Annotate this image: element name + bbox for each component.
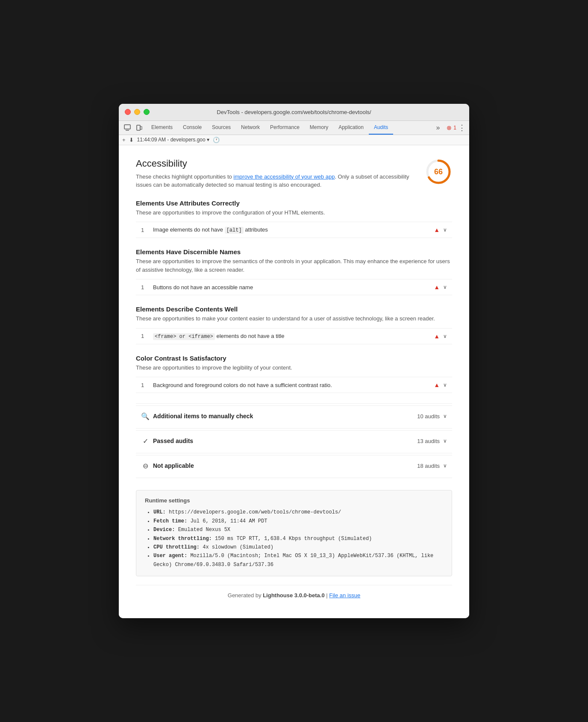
- runtime-item-cpu: CPU throttling: 4x slowdown (Simulated): [153, 543, 443, 552]
- error-badge[interactable]: ⊗ 1: [447, 124, 456, 131]
- traffic-lights: [125, 109, 150, 115]
- tab-list: Elements Console Sources Network Perform…: [146, 121, 432, 135]
- runtime-settings-box: Runtime settings URL: https://developers…: [136, 490, 452, 576]
- devtools-tab-bar: Elements Console Sources Network Perform…: [119, 121, 469, 135]
- error-icon: ⊗: [447, 124, 452, 131]
- passed-audits-row[interactable]: ✓ Passed audits 13 audits ∨: [136, 430, 452, 451]
- tab-elements[interactable]: Elements: [146, 121, 178, 135]
- divider-1: [136, 403, 452, 404]
- download-icon[interactable]: ⬇: [129, 137, 134, 143]
- desc-prefix: These checks highlight opportunities to: [136, 173, 233, 180]
- subsection-title-4: Color Contrast Is Satisfactory: [136, 355, 452, 362]
- not-applicable-label: Not applicable: [153, 462, 417, 469]
- runtime-item-fetch: Fetch time: Jul 6, 2018, 11:44 AM PDT: [153, 517, 443, 525]
- audit-row-1[interactable]: 1 Image elements do not have [alt] attri…: [136, 222, 452, 238]
- timestamp-label[interactable]: 11:44:09 AM - developers.goo ▾: [137, 137, 209, 143]
- svg-rect-0: [124, 125, 130, 129]
- subsection-title-1: Elements Use Attributes Correctly: [136, 200, 452, 207]
- subsection-title-2: Elements Have Discernible Names: [136, 248, 452, 255]
- audit-num-3: 1: [141, 333, 150, 339]
- manual-check-label: Additional items to manually check: [153, 413, 417, 420]
- tab-network[interactable]: Network: [236, 121, 265, 135]
- minimize-button[interactable]: [134, 109, 140, 115]
- passed-audits-meta: 13 audits: [417, 438, 440, 444]
- accessibility-link[interactable]: improve the accessibility of your web ap…: [233, 173, 335, 180]
- close-button[interactable]: [125, 109, 131, 115]
- divider-4: [136, 478, 452, 478]
- tab-performance[interactable]: Performance: [265, 121, 305, 135]
- audit-num-4: 1: [141, 382, 150, 388]
- secondary-toolbar: + ⬇ 11:44:09 AM - developers.goo ▾ 🕐: [119, 135, 469, 145]
- audit-label-3: <frame> or <iframe> elements do not have…: [153, 333, 434, 340]
- accessibility-description: These checks highlight opportunities to …: [136, 173, 425, 189]
- expand-icon-4[interactable]: ∨: [443, 382, 447, 388]
- runtime-item-url: URL: https://developers.google.com/web/t…: [153, 508, 443, 517]
- subsection-desc-1: These are opportunities to improve the c…: [136, 208, 452, 217]
- tab-memory[interactable]: Memory: [305, 121, 333, 135]
- search-icon: 🔍: [141, 412, 150, 420]
- file-issue-link[interactable]: File an issue: [329, 592, 360, 599]
- warning-icon-3: ▲: [434, 333, 440, 340]
- warning-icon-1: ▲: [434, 226, 440, 233]
- audit-actions-1: ▲ ∨: [434, 226, 447, 233]
- audit-actions-3: ▲ ∨: [434, 333, 447, 340]
- expand-icon-1[interactable]: ∨: [443, 227, 447, 233]
- audit-actions-2: ▲ ∨: [434, 284, 447, 291]
- tab-application[interactable]: Application: [333, 121, 369, 135]
- window-title: DevTools - developers.google.com/web/too…: [217, 109, 371, 115]
- titlebar: DevTools - developers.google.com/web/too…: [119, 104, 469, 121]
- devtools-menu-icon[interactable]: ⋮: [458, 123, 466, 132]
- maximize-button[interactable]: [144, 109, 150, 115]
- passed-audits-chevron[interactable]: ∨: [443, 438, 447, 444]
- tab-console[interactable]: Console: [178, 121, 207, 135]
- audit-row-4[interactable]: 1 Background and foreground colors do no…: [136, 377, 452, 393]
- tab-audits[interactable]: Audits: [369, 121, 393, 135]
- devtools-icons: [122, 123, 144, 133]
- browser-window: DevTools - developers.google.com/web/too…: [119, 104, 469, 618]
- inspector-icon[interactable]: [122, 123, 132, 133]
- subsection-names: Elements Have Discernible Names These ar…: [136, 248, 452, 295]
- manual-check-row[interactable]: 🔍 Additional items to manually check 10 …: [136, 405, 452, 426]
- manual-check-meta: 10 audits: [417, 413, 440, 420]
- runtime-item-useragent: User agent: Mozilla/5.0 (Macintosh; Inte…: [153, 552, 443, 569]
- accessibility-title: Accessibility: [136, 158, 425, 169]
- score-circle: 66: [425, 158, 452, 185]
- audit-row-3[interactable]: 1 <frame> or <iframe> elements do not ha…: [136, 328, 452, 344]
- runtime-item-network: Network throttling: 150 ms TCP RTT, 1,63…: [153, 534, 443, 543]
- audit-num-1: 1: [141, 227, 150, 233]
- audit-label-4: Background and foreground colors do not …: [153, 382, 434, 388]
- not-applicable-chevron[interactable]: ∨: [443, 463, 447, 469]
- expand-icon-2[interactable]: ∨: [443, 284, 447, 290]
- audit-label-2: Buttons do not have an accessible name: [153, 284, 434, 291]
- subsection-desc-2: These are opportunities to improve the s…: [136, 257, 452, 274]
- expand-icon-3[interactable]: ∨: [443, 333, 447, 339]
- clock-icon: 🕐: [213, 137, 220, 143]
- runtime-title: Runtime settings: [145, 497, 443, 504]
- audit-row-2[interactable]: 1 Buttons do not have an accessible name…: [136, 279, 452, 295]
- footer-prefix: Generated by: [228, 592, 263, 599]
- footer: Generated by Lighthouse 3.0.0-beta.0 | F…: [136, 585, 452, 605]
- runtime-list: URL: https://developers.google.com/web/t…: [145, 508, 443, 569]
- device-toggle-icon[interactable]: [134, 123, 144, 133]
- add-icon[interactable]: +: [122, 137, 126, 143]
- not-applicable-row[interactable]: ⊖ Not applicable 18 audits ∨: [136, 455, 452, 476]
- footer-separator: |: [325, 592, 329, 599]
- more-tabs-button[interactable]: »: [432, 122, 443, 133]
- audit-actions-4: ▲ ∨: [434, 382, 447, 388]
- manual-check-chevron[interactable]: ∨: [443, 413, 447, 419]
- subsection-attributes: Elements Use Attributes Correctly These …: [136, 200, 452, 238]
- warning-icon-4: ▲: [434, 382, 440, 388]
- subsection-title-3: Elements Describe Contents Well: [136, 305, 452, 313]
- subsection-desc-3: These are opportunities to make your con…: [136, 314, 452, 323]
- subsection-contrast: Color Contrast Is Satisfactory These are…: [136, 355, 452, 393]
- score-value: 66: [434, 167, 443, 176]
- audit-num-2: 1: [141, 284, 150, 291]
- main-content: Accessibility These checks highlight opp…: [119, 145, 469, 618]
- accessibility-header: Accessibility These checks highlight opp…: [136, 158, 452, 189]
- error-count: 1: [453, 125, 456, 131]
- tab-sources[interactable]: Sources: [207, 121, 236, 135]
- passed-audits-label: Passed audits: [153, 437, 417, 444]
- divider-3: [136, 453, 452, 453]
- warning-icon-2: ▲: [434, 284, 440, 291]
- divider-2: [136, 428, 452, 429]
